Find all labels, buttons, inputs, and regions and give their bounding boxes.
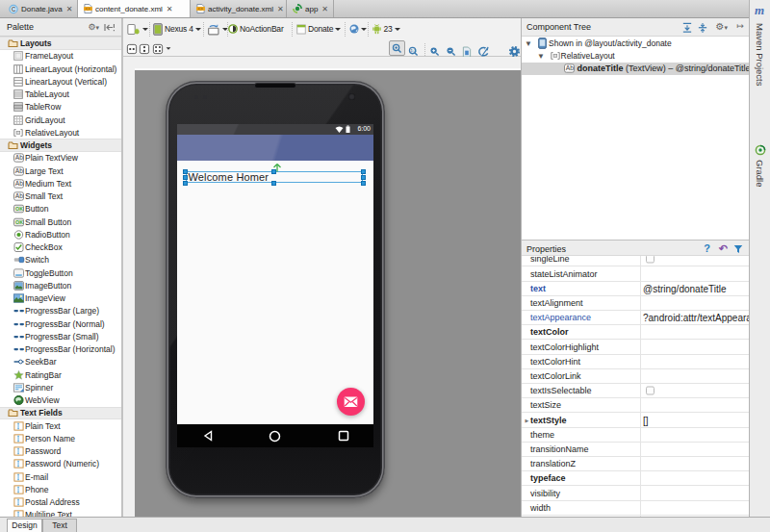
svg-text:<>: <> xyxy=(86,7,91,12)
svg-text:Ab: Ab xyxy=(15,167,23,174)
svg-text:Ab: Ab xyxy=(15,180,23,187)
svg-text:Ab: Ab xyxy=(565,64,573,71)
svg-text:Ab: Ab xyxy=(15,155,23,162)
svg-text:Ab: Ab xyxy=(15,192,23,199)
svg-text:OK: OK xyxy=(15,206,23,212)
svg-text:OK: OK xyxy=(15,219,23,225)
svg-text:<>: <> xyxy=(198,7,204,12)
svg-text:C: C xyxy=(12,5,16,12)
svg-text:1:1: 1:1 xyxy=(411,48,418,53)
